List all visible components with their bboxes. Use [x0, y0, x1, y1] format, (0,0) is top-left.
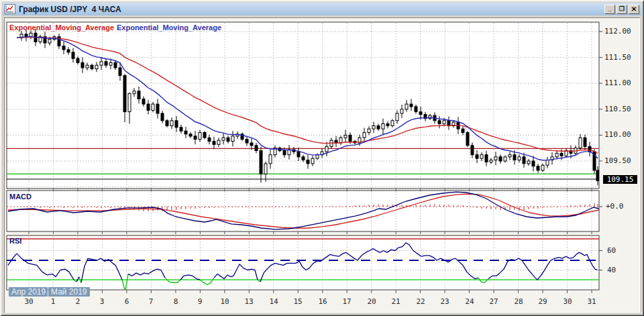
candle [499, 157, 502, 161]
candle [76, 58, 79, 62]
time-axis-day-label: 16 [313, 297, 333, 306]
rsi-indicator-panel[interactable] [7, 235, 599, 290]
candle [72, 52, 74, 58]
candle [480, 155, 483, 158]
candle [391, 121, 394, 126]
candle [560, 153, 563, 156]
candle [302, 157, 305, 160]
candle [541, 165, 544, 170]
candle [217, 140, 220, 144]
candle [91, 65, 93, 68]
candle [579, 138, 582, 148]
candle [485, 155, 488, 162]
time-axis-day-label: 31 [582, 297, 602, 306]
rsi-tick-60: 60 [607, 246, 616, 255]
time-axis-day-label: 3 [92, 297, 112, 306]
current-price-tag: 109.15 [603, 175, 637, 184]
candle [466, 133, 469, 146]
candle [208, 138, 211, 141]
candle [396, 113, 398, 121]
candle [81, 62, 84, 68]
candle [471, 146, 474, 155]
main-price-panel[interactable] [7, 22, 599, 189]
candle [508, 155, 511, 157]
candle [588, 146, 591, 152]
candle [95, 65, 98, 68]
candle [386, 123, 389, 125]
candle [222, 138, 225, 140]
time-axis-day-label: 15 [288, 297, 308, 306]
price-axis-label: 110.00 [604, 130, 638, 139]
candle [490, 160, 492, 162]
candle [410, 104, 413, 107]
candle [203, 133, 206, 138]
candle [419, 112, 422, 115]
price-axis-label: 110.50 [604, 105, 638, 113]
candle [335, 140, 337, 143]
time-axis-day-label: 10 [215, 297, 235, 306]
candle [250, 143, 253, 146]
candle [264, 164, 267, 174]
time-axis-day-label: 8 [166, 297, 186, 306]
candle [114, 62, 117, 68]
candle [377, 126, 380, 129]
time-axis-day-label: 6 [117, 297, 137, 306]
candle [231, 136, 234, 142]
rsi-tick-40: 40 [607, 266, 616, 274]
candle [147, 104, 150, 110]
candle [119, 68, 121, 76]
rsi-panel-label: RSI [9, 237, 21, 245]
time-axis-day-label: 23 [435, 297, 455, 306]
candle [283, 151, 286, 155]
price-axis-label: 111.50 [604, 53, 638, 62]
time-axis-day-label: 30 [557, 297, 578, 306]
candle [368, 129, 370, 132]
candle [405, 104, 408, 109]
time-axis-day-label: 27 [484, 297, 504, 306]
candle [476, 155, 478, 158]
candle [123, 76, 126, 112]
candle [325, 146, 328, 152]
candle [297, 152, 300, 157]
chart-window: График USD /JPY 4 ЧАСА _ ❐ ✕ Exponential… [0, 0, 644, 316]
time-axis-day-label: 29 [533, 297, 553, 306]
time-axis-day-label: 14 [264, 297, 284, 306]
time-axis-day-label: 17 [337, 297, 357, 306]
time-axis-day-label: 21 [386, 297, 406, 306]
candle [438, 121, 441, 124]
candle [138, 91, 140, 99]
candle [363, 133, 366, 138]
candle [142, 99, 145, 104]
time-axis-day-label: 7 [141, 297, 161, 306]
candle [307, 160, 309, 164]
macd-zero-label: +0.0 [606, 202, 624, 211]
candle [86, 65, 89, 68]
candle [527, 161, 530, 164]
candle [532, 161, 535, 166]
candle [48, 40, 51, 43]
candle [105, 62, 107, 65]
candle [109, 62, 112, 65]
candle [255, 146, 258, 151]
candle [596, 170, 599, 180]
candle [443, 121, 445, 124]
candle [382, 123, 384, 129]
candle [166, 121, 168, 126]
candle [269, 155, 272, 164]
candle [344, 135, 347, 138]
candle [199, 133, 201, 140]
candle [133, 91, 136, 94]
candle [518, 157, 521, 160]
candle [180, 127, 182, 131]
candle [152, 104, 154, 110]
candle [400, 109, 403, 113]
ema-label-blue: Exponential_Moving_Average [117, 23, 221, 32]
candle [213, 142, 215, 145]
candle [537, 166, 539, 170]
time-axis-day-label: 20 [362, 297, 382, 306]
chart-canvas[interactable] [0, 0, 644, 316]
candle [227, 138, 229, 141]
candle [194, 136, 197, 140]
time-axis-day-label: 1 [43, 297, 63, 306]
candle [494, 157, 497, 160]
